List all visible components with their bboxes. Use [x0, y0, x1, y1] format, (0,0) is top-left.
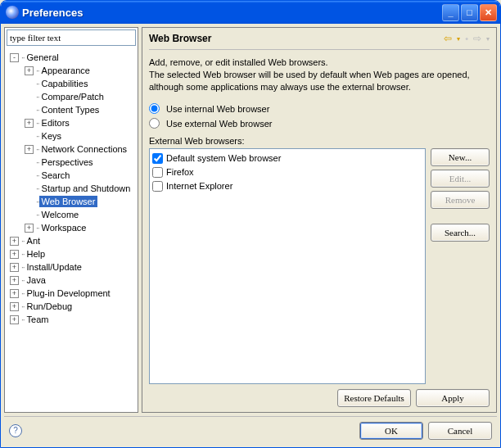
tree-leaf-icon [25, 210, 34, 219]
titlebar[interactable]: Preferences _ □ ✕ [1, 1, 500, 24]
expand-icon[interactable]: + [25, 119, 34, 128]
restore-defaults-button[interactable]: Restore Defaults [337, 389, 411, 407]
tree-leaf-icon [25, 132, 34, 141]
tree-item[interactable]: ·· Perspectives [7, 156, 136, 169]
tree-item[interactable]: +·· Plug-in Development [7, 287, 136, 300]
expand-icon[interactable]: + [25, 66, 34, 75]
cancel-button[interactable]: Cancel [428, 422, 492, 440]
browser-checkbox[interactable] [152, 181, 163, 192]
tree-item-label: Web Browser [39, 196, 98, 207]
tree-leaf-icon [25, 93, 34, 102]
radio-internal-label: Use internal Web browser [166, 104, 269, 114]
remove-button: Remove [431, 191, 490, 209]
expand-icon[interactable]: + [10, 263, 19, 272]
external-browsers-list[interactable]: Default system Web browserFirefoxInterne… [149, 148, 426, 384]
tree-item-label: Capabilities [39, 78, 91, 89]
tree-item-label: Content Types [39, 104, 102, 115]
browser-label: Internet Explorer [166, 181, 232, 191]
ok-button[interactable]: OK [359, 422, 423, 440]
external-browsers-label: External Web browsers: [149, 136, 490, 146]
radio-internal-input[interactable] [149, 103, 160, 114]
tree-item-label: Java [25, 274, 48, 286]
radio-external-label: Use external Web browser [166, 119, 272, 129]
expand-icon[interactable]: + [25, 224, 34, 233]
browser-label: Default system Web browser [166, 153, 281, 163]
minimize-button[interactable]: _ [442, 4, 459, 21]
tree-item[interactable]: +·· Appearance [7, 64, 136, 77]
tree-item[interactable]: ·· Capabilities [7, 77, 136, 90]
back-dropdown-icon[interactable]: ▾ [457, 35, 460, 43]
forward-dropdown-icon: ▾ [486, 35, 490, 43]
expand-icon[interactable]: + [10, 276, 19, 285]
expand-icon[interactable]: + [10, 315, 19, 324]
page-title: Web Browser [149, 33, 444, 44]
tree-item[interactable]: ·· Startup and Shutdown [7, 182, 136, 195]
tree-item[interactable]: ·· Keys [7, 129, 136, 143]
browser-checkbox[interactable] [152, 167, 163, 178]
tree-item-label: Appearance [39, 65, 93, 76]
radio-external-browser[interactable]: Use external Web browser [149, 116, 490, 131]
apply-button[interactable]: Apply [416, 389, 490, 407]
browser-item[interactable]: Firefox [152, 165, 422, 179]
new-button[interactable]: New... [431, 148, 490, 166]
tree-item[interactable]: +·· Team [7, 313, 136, 326]
tree-item-label: Workspace [39, 222, 89, 233]
radio-external-input[interactable] [149, 118, 160, 129]
preferences-window: Preferences _ □ ✕ -·· General+·· Appeara… [0, 0, 501, 448]
left-pane: -·· General+·· Appearance·· Capabilities… [4, 27, 138, 413]
tree-leaf-icon [25, 106, 34, 115]
preferences-tree[interactable]: -·· General+·· Appearance·· Capabilities… [7, 49, 136, 410]
tree-leaf-icon [25, 197, 34, 206]
bottom-bar: ? OK Cancel [4, 416, 497, 444]
filter-input[interactable] [7, 29, 136, 46]
help-icon[interactable]: ? [9, 424, 22, 437]
collapse-icon[interactable]: - [10, 53, 19, 62]
back-arrow-icon[interactable]: ⇦ [444, 33, 452, 44]
expand-icon[interactable]: + [10, 289, 19, 298]
tree-item-label: General [25, 52, 61, 63]
tree-item[interactable]: -·· General [7, 51, 136, 64]
tree-item[interactable]: ·· Compare/Patch [7, 90, 136, 103]
side-buttons: New... Edit... Remove Search... [431, 148, 490, 384]
browser-checkbox[interactable] [152, 153, 163, 164]
expand-icon[interactable]: + [10, 237, 19, 246]
tree-leaf-icon [25, 171, 34, 180]
tree-item[interactable]: +·· Workspace [7, 221, 136, 234]
tree-item[interactable]: +·· Editors [7, 116, 136, 129]
tree-item-label: Ant [25, 235, 43, 247]
browser-item[interactable]: Default system Web browser [152, 152, 422, 165]
tree-item[interactable]: ·· Web Browser [7, 195, 136, 208]
close-button[interactable]: ✕ [480, 4, 497, 21]
browser-label: Firefox [166, 167, 194, 177]
tree-item[interactable]: +·· Network Connections [7, 143, 136, 156]
tree-leaf-icon [25, 79, 34, 88]
tree-item[interactable]: ·· Content Types [7, 103, 136, 116]
search-button[interactable]: Search... [431, 224, 490, 242]
tree-item[interactable]: +·· Java [7, 274, 136, 287]
right-pane: Web Browser ⇦ ▾ • ⇨ ▾ Add, remove, or ed… [142, 27, 497, 413]
tree-item[interactable]: +·· Install/Update [7, 260, 136, 274]
tree-item[interactable]: ·· Welcome [7, 208, 136, 221]
tree-item-label: Install/Update [25, 261, 84, 273]
forward-arrow-icon: ⇨ [473, 33, 481, 44]
edit-button: Edit... [431, 170, 490, 188]
tree-item[interactable]: ·· Search [7, 169, 136, 182]
expand-icon[interactable]: + [25, 145, 34, 154]
tree-item-label: Plug-in Development [25, 287, 113, 299]
tree-item-label: Keys [39, 130, 64, 142]
maximize-button[interactable]: □ [461, 4, 478, 21]
tree-item[interactable]: +·· Help [7, 247, 136, 260]
tree-item-label: Perspectives [39, 156, 96, 168]
tree-item[interactable]: +·· Ant [7, 234, 136, 247]
page-description: Add, remove, or edit installed Web brows… [149, 57, 490, 93]
expand-icon[interactable]: + [10, 250, 19, 259]
tree-item-label: Team [25, 314, 52, 325]
tree-item-label: Help [25, 248, 48, 260]
content-area: -·· General+·· Appearance·· Capabilities… [1, 24, 500, 447]
tree-leaf-icon [25, 158, 34, 167]
browser-item[interactable]: Internet Explorer [152, 179, 422, 193]
app-icon [6, 6, 19, 19]
radio-internal-browser[interactable]: Use internal Web browser [149, 102, 490, 116]
expand-icon[interactable]: + [10, 302, 19, 311]
tree-item[interactable]: +·· Run/Debug [7, 300, 136, 313]
